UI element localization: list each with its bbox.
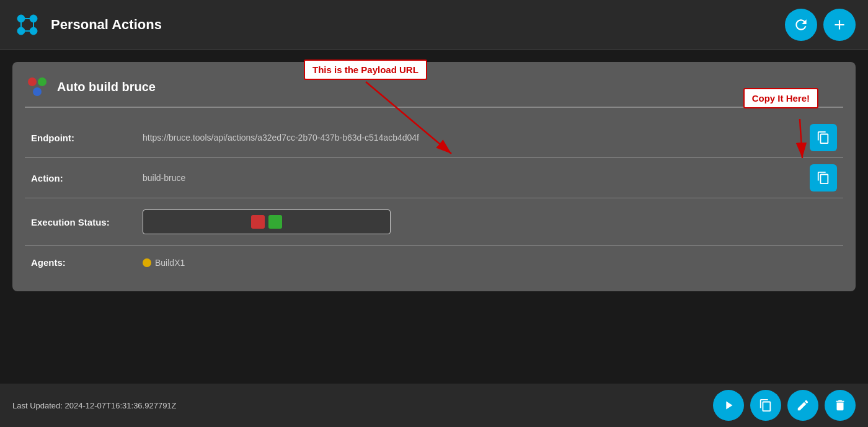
action-icon (25, 74, 50, 99)
status-label: Execution Status: (25, 198, 136, 246)
card-title: Auto build bruce (57, 80, 156, 94)
footer-actions (713, 390, 856, 421)
main-content: Auto build bruce Endpoint: https://bruce… (0, 50, 868, 304)
status-value (136, 198, 804, 246)
page-title: Personal Actions (51, 17, 162, 33)
last-updated: Last Updated: 2024-12-07T16:31:36.927791… (12, 401, 177, 410)
edit-icon (796, 398, 810, 412)
agent-badge: BuildX1 (143, 258, 797, 268)
svg-point-9 (38, 77, 46, 86)
status-bar (143, 209, 391, 234)
copy-action-icon (817, 171, 830, 185)
info-table: Endpoint: https://bruce.tools/api/action… (25, 118, 843, 279)
delete-icon (833, 398, 847, 412)
header: Personal Actions (0, 0, 868, 50)
copy-button[interactable] (750, 390, 781, 421)
agents-row: Agents: BuildX1 (25, 246, 843, 280)
action-card: Auto build bruce Endpoint: https://bruce… (12, 62, 856, 291)
agents-action (804, 246, 843, 280)
copy-footer-icon (759, 398, 773, 412)
header-left: Personal Actions (12, 10, 162, 40)
status-dot-green (268, 215, 282, 229)
action-row: Action: build-bruce (25, 158, 843, 198)
edit-button[interactable] (787, 390, 818, 421)
endpoint-label: Endpoint: (25, 118, 136, 158)
run-icon (722, 398, 735, 412)
endpoint-action (804, 118, 843, 158)
agents-value: BuildX1 (136, 246, 804, 280)
endpoint-row: Endpoint: https://bruce.tools/api/action… (25, 118, 843, 158)
run-button[interactable] (713, 390, 744, 421)
status-dot-red (251, 215, 265, 229)
copy-action-button[interactable] (810, 164, 837, 191)
refresh-button[interactable] (785, 9, 817, 41)
action-copy-action (804, 158, 843, 198)
endpoint-value: https://bruce.tools/api/actions/a32ed7cc… (136, 118, 804, 158)
add-icon (831, 17, 848, 33)
svg-point-10 (33, 87, 42, 96)
footer: Last Updated: 2024-12-07T16:31:36.927791… (0, 384, 868, 427)
status-row: Execution Status: (25, 198, 843, 246)
copy-endpoint-button[interactable] (810, 124, 837, 151)
action-value: build-bruce (136, 158, 804, 198)
svg-point-8 (28, 77, 37, 86)
refresh-icon (793, 17, 809, 33)
app-logo-icon (12, 10, 42, 40)
header-actions (785, 9, 856, 41)
delete-button[interactable] (825, 390, 856, 421)
action-label: Action: (25, 158, 136, 198)
card-header: Auto build bruce (25, 74, 843, 108)
copy-endpoint-icon (817, 131, 830, 144)
add-button[interactable] (823, 9, 856, 41)
agent-name: BuildX1 (155, 258, 185, 268)
agents-label: Agents: (25, 246, 136, 280)
status-action (804, 198, 843, 246)
agent-status-dot (143, 258, 151, 267)
